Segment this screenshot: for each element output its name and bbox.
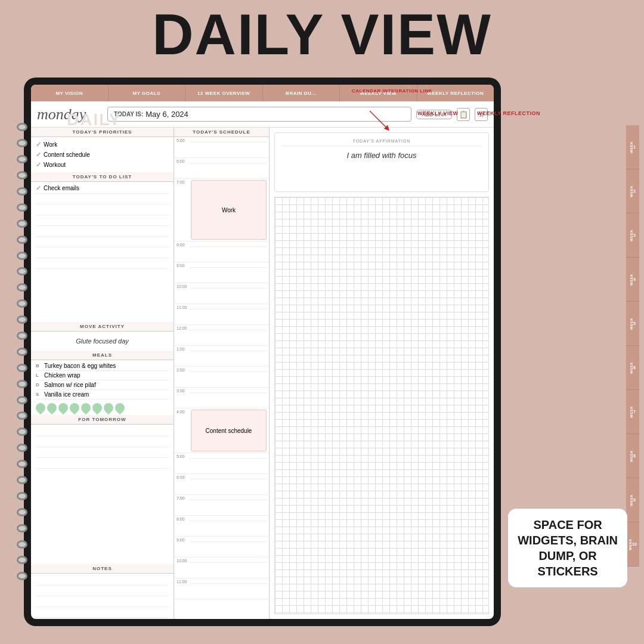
schedule-slot-1000b: 10:00 [174, 558, 269, 578]
schedule-slot-800: 8:00 [174, 242, 269, 262]
grid-area [274, 197, 489, 614]
tab-my-vision[interactable]: MY VISION [31, 85, 109, 101]
slot-time: 8:00 [177, 516, 190, 521]
todo-header: TODAY'S TO DO LIST [31, 172, 174, 182]
move-activity-header: MOVE ACTIVITY [31, 322, 174, 332]
schedule-slot-900: 9:00 [174, 262, 269, 283]
schedule-slot-700: 7:00 Work [174, 179, 269, 242]
water-drop [91, 401, 104, 414]
week-tab-9[interactable]: WEEK 9 [626, 478, 639, 522]
slot-time: 12:00 [177, 325, 190, 330]
notes-section [31, 574, 174, 619]
priority-text: Work [44, 141, 57, 148]
slot-time: 9:00 [177, 262, 190, 268]
for-tomorrow-header: FOR TOMORROW [31, 415, 174, 425]
notes-header: NOTES [31, 564, 174, 574]
affirmation-box: TODAY'S AFFIRMATION I am filled with foc… [274, 132, 489, 192]
schedule-column: TODAY'S SCHEDULE 5:00 6:00 7:00 [174, 128, 270, 619]
week-tab-num: 3 [633, 233, 636, 237]
week-tab-4[interactable]: WEEK 4 [626, 258, 639, 302]
daily-watermark: DAILY [67, 110, 121, 129]
weekly-view-annotation: WEEKLY VIEW [417, 110, 459, 117]
week-tab-text: WEEK [630, 362, 633, 374]
slot-time: 3:00 [177, 388, 190, 393]
checkmark-icon: ✓ [36, 151, 41, 159]
meal-text: Chicken wrap [44, 372, 80, 379]
week-tab-2[interactable]: WEEK 2 [626, 169, 639, 213]
right-column: TODAY'S AFFIRMATION I am filled with foc… [270, 128, 494, 619]
water-drop [113, 401, 127, 414]
tablet-device: MY VISION MY GOALS 12 WEEK OVERVIEW BRAI… [24, 78, 501, 626]
meal-label-s: S [36, 392, 42, 397]
slot-time: 10:00 [177, 283, 190, 289]
affirmation-header: TODAY'S AFFIRMATION [281, 139, 482, 146]
slot-time: 2:00 [177, 367, 190, 372]
schedule-slot-1200: 12:00 [174, 325, 269, 346]
schedule-slot-1100: 11:00 [174, 304, 269, 325]
todo-empty-line [36, 226, 169, 237]
move-section: Glute focused day [31, 332, 174, 351]
slot-time: 5:00 [177, 137, 190, 143]
week-tab-3[interactable]: WEEK 3 [626, 213, 639, 258]
water-tracker [31, 401, 174, 415]
week-tab-5[interactable]: WEEK 5 [626, 302, 639, 346]
todo-text: Check emails [44, 185, 79, 191]
schedule-slot-1000: 10:00 [174, 283, 269, 304]
schedule-header: TODAY'S SCHEDULE [174, 128, 269, 137]
meal-item-dinner: D Salmon w/ rice pilaf [36, 380, 169, 390]
slot-line [190, 246, 267, 247]
week-tab-num: 8 [633, 454, 636, 458]
meal-label-d: D [36, 382, 42, 388]
event-content-schedule: Content schedule [191, 410, 267, 451]
todo-list: ✓ Check emails [31, 182, 174, 322]
slot-line [190, 351, 267, 351]
week-tab-6[interactable]: WEEK 6 [626, 346, 639, 390]
week-tab-1[interactable]: WEEK 1 [626, 125, 639, 169]
slot-time: 1:00 [177, 346, 190, 351]
meals-header: MEALS [31, 351, 174, 360]
slot-line [190, 267, 267, 268]
left-column: TODAY'S PRIORITIES ✓ Work ✓ Content sche… [31, 128, 174, 619]
week-tab-10[interactable]: WEEK 10 [626, 522, 639, 566]
week-tab-text: WEEK [628, 538, 632, 550]
today-box: TODAY IS: May 6, 2024 [107, 107, 411, 122]
page-title: DAILY VIEW [0, 0, 644, 63]
meals-section: B Turkey bacon & egg whites L Chicken wr… [31, 360, 174, 401]
week-tab-8[interactable]: WEEK 8 [626, 434, 639, 478]
meal-item-snack: S Vanilla ice cream [36, 390, 169, 400]
calendar-icon[interactable]: 📋 [457, 108, 470, 121]
checkmark-icon: ✓ [36, 184, 41, 192]
tablet-screen: MY VISION MY GOALS 12 WEEK OVERVIEW BRAI… [31, 85, 494, 619]
week-tab-num: 10 [632, 542, 637, 546]
notes-line [36, 607, 169, 618]
week-tab-7[interactable]: WEEK 7 [626, 390, 639, 434]
water-drop [57, 401, 70, 414]
tab-12-week[interactable]: 12 WEEK OVERVIEW [185, 85, 263, 101]
week-tab-text: WEEK [630, 494, 633, 506]
schedule-slot-500b: 5:00 [174, 453, 269, 474]
slot-line [190, 458, 267, 459]
weekly-reflection-annotation: WEEKLY REFLECTION [477, 110, 540, 117]
tab-brain-dump[interactable]: BRAIN DU... [263, 85, 340, 101]
slot-time: 6:00 [177, 158, 190, 163]
todo-empty-line [36, 205, 169, 215]
slot-line [190, 521, 267, 521]
water-drop [34, 401, 48, 414]
schedule-slot-1100b: 11:00 [174, 578, 269, 599]
for-tomorrow-line [36, 436, 169, 447]
slot-time: 6:00 [177, 474, 190, 479]
for-tomorrow-line [36, 458, 169, 469]
slot-line [190, 163, 267, 163]
slot-line [190, 288, 267, 289]
slot-line [190, 500, 267, 500]
week-tab-text: WEEK [630, 318, 633, 330]
week-tab-text: WEEK [630, 450, 633, 462]
tab-my-goals[interactable]: MY GOALS [109, 85, 186, 101]
schedule-slot-200: 2:00 [174, 367, 269, 388]
week-tab-num: 9 [633, 498, 636, 502]
schedule-slot-300: 3:00 [174, 388, 269, 408]
slot-time: 5:00 [177, 453, 190, 459]
slot-time: 4:00 [177, 408, 190, 414]
slot-line [190, 583, 267, 584]
priority-item: ✓ Work [36, 140, 169, 150]
